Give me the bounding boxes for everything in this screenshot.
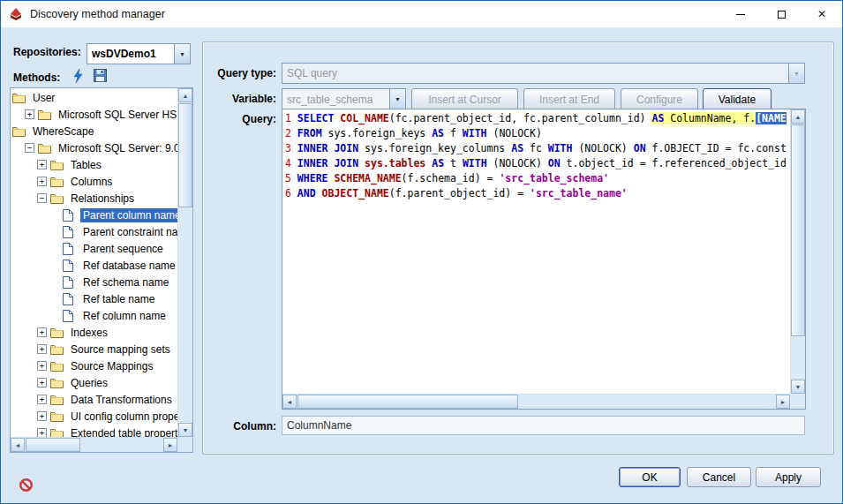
expand-icon[interactable]: + bbox=[37, 411, 47, 421]
configure-button[interactable]: Configure bbox=[621, 88, 698, 110]
combo-arrow-icon[interactable]: ▼ bbox=[788, 64, 804, 83]
expand-icon[interactable]: + bbox=[37, 361, 47, 371]
tree-item[interactable]: +Tables bbox=[11, 156, 177, 173]
combo-arrow-icon[interactable]: ▼ bbox=[174, 44, 190, 64]
editor-horizontal-scrollbar[interactable]: ◄ ► bbox=[282, 394, 790, 409]
tree-item-label: Parent sequence bbox=[80, 242, 166, 256]
tree-item[interactable]: Ref table name bbox=[11, 290, 177, 307]
tree-vscroll-thumb[interactable] bbox=[178, 103, 192, 207]
expand-icon[interactable]: + bbox=[37, 177, 47, 186]
tree-item[interactable]: +Extended table properties bbox=[11, 425, 177, 437]
query-type-label: Query type: bbox=[209, 67, 276, 79]
scroll-left-icon[interactable]: ◄ bbox=[11, 438, 25, 452]
editor-hscroll-thumb[interactable] bbox=[297, 395, 518, 409]
tree-item[interactable]: +Source mapping sets bbox=[11, 341, 177, 357]
scroll-right-icon[interactable]: ► bbox=[776, 395, 790, 409]
tree-item[interactable]: +Microsoft SQL Server HS: 9.0 bbox=[11, 106, 177, 123]
scroll-left-icon[interactable]: ◄ bbox=[282, 395, 297, 409]
expand-icon[interactable]: + bbox=[37, 378, 47, 387]
repositories-combobox[interactable]: wsDVDemo1 ▼ bbox=[87, 43, 191, 64]
folder-icon bbox=[50, 159, 64, 171]
window-controls: ✕ bbox=[720, 1, 842, 27]
tree-item[interactable]: +UI config column properties bbox=[11, 408, 177, 425]
tree-item[interactable]: WhereScape bbox=[11, 123, 177, 139]
query-label: Query: bbox=[209, 113, 276, 125]
sql-editor[interactable]: 1 SELECT COL_NAME(fc.parent_object_id, f… bbox=[282, 109, 806, 410]
tree-item-label: Ref database name bbox=[80, 259, 177, 273]
variable-combobox[interactable]: src_table_schema ▼ bbox=[282, 88, 406, 110]
line-number: 5 bbox=[285, 172, 297, 184]
code-line: 2 FROM sys.foreign_keys AS f WITH (NOLOC… bbox=[285, 126, 790, 141]
tree-item-label: Ref column name bbox=[80, 309, 169, 323]
scroll-down-icon[interactable]: ▼ bbox=[178, 423, 192, 437]
save-icon bbox=[94, 69, 107, 85]
editor-vscroll-thumb[interactable] bbox=[791, 124, 805, 336]
leaf-icon bbox=[63, 310, 77, 322]
app-icon-image bbox=[9, 7, 23, 21]
code-line: 1 SELECT COL_NAME(fc.parent_object_id, f… bbox=[285, 111, 790, 126]
code-line: 5 WHERE SCHEMA_NAME(f.schema_id) = 'src_… bbox=[285, 171, 790, 186]
tree-item[interactable]: User bbox=[11, 89, 177, 106]
cancel-button[interactable]: Cancel bbox=[687, 467, 751, 487]
expand-icon[interactable]: + bbox=[37, 327, 47, 337]
scroll-up-icon[interactable]: ▲ bbox=[178, 88, 192, 102]
folder-icon bbox=[50, 394, 64, 406]
tree-item[interactable]: +Queries bbox=[11, 374, 177, 391]
combo-arrow-icon[interactable]: ▼ bbox=[389, 89, 405, 109]
tree-item[interactable]: Parent sequence bbox=[11, 240, 177, 257]
tree-item[interactable]: Ref database name bbox=[11, 257, 177, 274]
expand-icon[interactable]: + bbox=[25, 109, 34, 119]
collapse-icon[interactable]: − bbox=[25, 143, 34, 153]
expand-icon[interactable]: + bbox=[37, 344, 47, 354]
insert-at-end-button[interactable]: Insert at End bbox=[523, 88, 615, 110]
scroll-right-icon[interactable]: ► bbox=[163, 438, 177, 452]
code-line: 6 AND OBJECT_NAME(f.parent_object_id) = … bbox=[285, 186, 790, 201]
tree-item[interactable]: Parent column name bbox=[11, 207, 177, 223]
title-bar: Discovery method manager ✕ bbox=[1, 1, 842, 27]
tree-item[interactable]: +Data Transformations bbox=[11, 391, 177, 408]
tree-item-label: Ref table name bbox=[80, 292, 157, 306]
refresh-methods-button[interactable] bbox=[68, 67, 87, 87]
folder-icon bbox=[50, 410, 64, 423]
tree-vertical-scrollbar[interactable]: ▲ ▼ bbox=[177, 88, 192, 437]
expand-icon[interactable]: + bbox=[37, 160, 47, 169]
tree-item[interactable]: −Microsoft SQL Server: 9.0 - bbox=[11, 139, 177, 156]
leaf-icon bbox=[63, 226, 77, 238]
tree-item[interactable]: Ref column name bbox=[11, 307, 177, 324]
query-type-combobox[interactable]: SQL query ▼ bbox=[282, 63, 805, 84]
maximize-icon bbox=[778, 11, 786, 19]
scroll-down-icon[interactable]: ▼ bbox=[791, 380, 805, 394]
tree-item[interactable]: Ref schema name bbox=[11, 274, 177, 290]
tree-item-label: Microsoft SQL Server: 9.0 - bbox=[56, 141, 177, 155]
insert-at-cursor-button[interactable]: Insert at Cursor bbox=[411, 88, 518, 110]
scroll-up-icon[interactable]: ▲ bbox=[791, 109, 805, 124]
column-field[interactable]: ColumnName bbox=[282, 416, 805, 435]
validate-button[interactable]: Validate bbox=[703, 88, 771, 110]
tree-item-label: Parent constraint name bbox=[80, 225, 177, 239]
tree-item[interactable]: −Relationships bbox=[11, 190, 177, 207]
tree-horizontal-scrollbar[interactable]: ◄ ► bbox=[11, 437, 177, 452]
apply-button[interactable]: Apply bbox=[756, 467, 821, 487]
tree-item[interactable]: +Source Mappings bbox=[11, 357, 177, 374]
app-icon bbox=[9, 7, 23, 21]
tree-item[interactable]: Parent constraint name bbox=[11, 223, 177, 240]
scrollbar-corner bbox=[790, 394, 805, 409]
tree-item-label: WhereScape bbox=[30, 124, 96, 139]
editor-vertical-scrollbar[interactable]: ▲ ▼ bbox=[790, 109, 805, 394]
expand-icon[interactable]: + bbox=[37, 395, 47, 404]
close-button[interactable]: ✕ bbox=[802, 1, 842, 27]
save-method-button[interactable] bbox=[90, 67, 109, 87]
tree-hscroll-thumb[interactable] bbox=[26, 438, 80, 452]
variable-label: Variable: bbox=[209, 93, 276, 105]
tree-item-label: Queries bbox=[68, 376, 110, 390]
tree-item[interactable]: +Indexes bbox=[11, 324, 177, 341]
maximize-button[interactable] bbox=[761, 1, 802, 27]
ok-button[interactable]: OK bbox=[619, 467, 681, 487]
collapse-icon[interactable]: − bbox=[37, 193, 47, 203]
leaf-icon bbox=[63, 243, 77, 255]
minimize-button[interactable] bbox=[720, 1, 761, 27]
scrollbar-corner bbox=[177, 437, 192, 452]
sql-code[interactable]: 1 SELECT COL_NAME(fc.parent_object_id, f… bbox=[282, 109, 790, 394]
expand-icon[interactable]: + bbox=[37, 428, 47, 437]
tree-item[interactable]: +Columns bbox=[11, 173, 177, 190]
